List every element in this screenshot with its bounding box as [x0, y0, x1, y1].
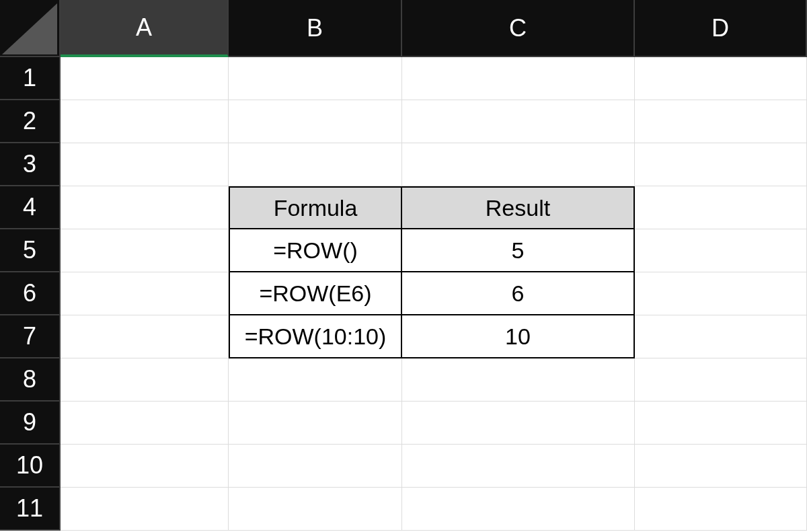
row-header-7[interactable]: 7 — [0, 315, 61, 358]
cell-c7[interactable]: 10 — [402, 315, 635, 358]
cell-b11[interactable] — [229, 488, 402, 531]
row-header-1[interactable]: 1 — [0, 57, 61, 100]
row-1 — [61, 57, 807, 100]
row-4: Formula Result — [61, 186, 807, 229]
cell-c10[interactable] — [402, 445, 635, 488]
cell-a9[interactable] — [61, 402, 229, 445]
cell-b6[interactable]: =ROW(E6) — [229, 272, 402, 315]
cell-a5[interactable] — [61, 229, 229, 272]
cell-c6[interactable]: 6 — [402, 272, 635, 315]
cell-d5[interactable] — [635, 229, 807, 272]
cell-a4[interactable] — [61, 186, 229, 229]
row-2 — [61, 100, 807, 143]
row-9 — [61, 402, 807, 445]
cell-b9[interactable] — [229, 402, 402, 445]
row-header-10[interactable]: 10 — [0, 445, 61, 488]
cell-c3[interactable] — [402, 143, 635, 186]
cell-b7[interactable]: =ROW(10:10) — [229, 315, 402, 358]
cell-b4[interactable]: Formula — [229, 186, 402, 229]
column-headers: A B C D — [61, 0, 807, 57]
cell-c8[interactable] — [402, 358, 635, 402]
cell-b1[interactable] — [229, 57, 402, 100]
cell-a10[interactable] — [61, 445, 229, 488]
cell-a8[interactable] — [61, 358, 229, 402]
row-header-8[interactable]: 8 — [0, 358, 61, 402]
cell-b5[interactable]: =ROW() — [229, 229, 402, 272]
cell-a6[interactable] — [61, 272, 229, 315]
row-header-5[interactable]: 5 — [0, 229, 61, 272]
cell-d1[interactable] — [635, 57, 807, 100]
cell-d2[interactable] — [635, 100, 807, 143]
cell-c11[interactable] — [402, 488, 635, 531]
column-header-b[interactable]: B — [229, 0, 402, 57]
cell-d4[interactable] — [635, 186, 807, 229]
cell-c9[interactable] — [402, 402, 635, 445]
column-header-d[interactable]: D — [635, 0, 807, 57]
select-all-icon — [2, 3, 57, 54]
row-header-11[interactable]: 11 — [0, 488, 61, 531]
cell-a2[interactable] — [61, 100, 229, 143]
cell-a7[interactable] — [61, 315, 229, 358]
cell-b10[interactable] — [229, 445, 402, 488]
cell-d3[interactable] — [635, 143, 807, 186]
row-6: =ROW(E6) 6 — [61, 272, 807, 315]
row-header-6[interactable]: 6 — [0, 272, 61, 315]
cell-c4[interactable]: Result — [402, 186, 635, 229]
cell-a11[interactable] — [61, 488, 229, 531]
row-11 — [61, 488, 807, 531]
cell-c2[interactable] — [402, 100, 635, 143]
row-header-9[interactable]: 9 — [0, 402, 61, 445]
cell-d11[interactable] — [635, 488, 807, 531]
cell-d6[interactable] — [635, 272, 807, 315]
cell-d7[interactable] — [635, 315, 807, 358]
row-5: =ROW() 5 — [61, 229, 807, 272]
cell-a1[interactable] — [61, 57, 229, 100]
column-header-a[interactable]: A — [61, 0, 229, 57]
row-header-2[interactable]: 2 — [0, 100, 61, 143]
row-headers: 1 2 3 4 5 6 7 8 9 10 11 — [0, 57, 61, 531]
cell-a3[interactable] — [61, 143, 229, 186]
cell-b8[interactable] — [229, 358, 402, 402]
cell-d8[interactable] — [635, 358, 807, 402]
cell-d9[interactable] — [635, 402, 807, 445]
row-8 — [61, 358, 807, 402]
cell-c5[interactable]: 5 — [402, 229, 635, 272]
row-header-4[interactable]: 4 — [0, 186, 61, 229]
row-7: =ROW(10:10) 10 — [61, 315, 807, 358]
cell-b3[interactable] — [229, 143, 402, 186]
row-header-3[interactable]: 3 — [0, 143, 61, 186]
cell-d10[interactable] — [635, 445, 807, 488]
spreadsheet: A B C D 1 2 3 4 5 6 7 8 9 10 11 — [0, 0, 807, 532]
column-header-c[interactable]: C — [402, 0, 635, 57]
cell-b2[interactable] — [229, 100, 402, 143]
select-all-button[interactable] — [0, 0, 61, 57]
row-10 — [61, 445, 807, 488]
row-3 — [61, 143, 807, 186]
cell-c1[interactable] — [402, 57, 635, 100]
cell-grid: Formula Result =ROW() 5 =ROW(E6) 6 =ROW(… — [61, 57, 807, 531]
